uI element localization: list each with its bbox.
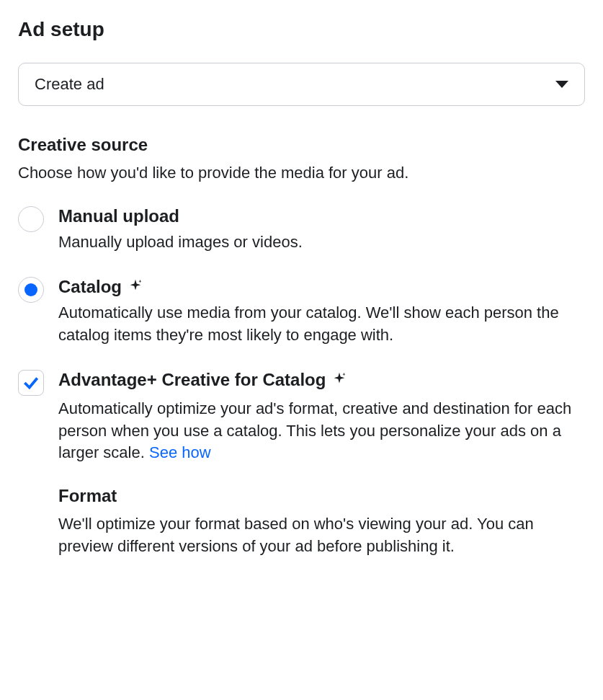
advantage-title: Advantage+ Creative for Catalog [58,368,585,391]
sparkle-icon [331,371,347,387]
radio-option-manual[interactable]: Manual upload Manually upload images or … [18,205,585,254]
advantage-description: Automatically optimize your ad's format,… [58,398,585,464]
ad-type-dropdown[interactable]: Create ad [18,63,585,106]
radio-desc-manual: Manually upload images or videos. [58,231,585,254]
see-how-link[interactable]: See how [149,442,211,464]
radio-desc-catalog: Automatically use media from your catalo… [58,302,585,347]
creative-source-title: Creative source [18,135,585,155]
radio-title-catalog: Catalog [58,275,585,298]
dropdown-label: Create ad [35,75,104,94]
format-description: We'll optimize your format based on who'… [58,513,585,558]
advantage-checkbox-row: Advantage+ Creative for Catalog Automati… [18,368,585,558]
radio-title-text: Manual upload [58,205,179,227]
radio-option-catalog[interactable]: Catalog Automatically use media from you… [18,275,585,347]
advantage-checkbox[interactable] [18,370,44,396]
radio-button-catalog[interactable] [18,277,44,303]
radio-title-text: Catalog [58,275,122,298]
sparkle-icon [128,278,143,294]
advantage-desc-text: Automatically optimize your ad's format,… [58,399,571,462]
check-icon [22,373,40,392]
radio-content-catalog: Catalog Automatically use media from you… [58,275,585,347]
chevron-down-icon [555,81,568,88]
creative-source-description: Choose how you'd like to provide the med… [18,162,585,185]
radio-inner-dot [24,283,37,296]
advantage-content: Advantage+ Creative for Catalog Automati… [58,368,585,558]
radio-button-manual[interactable] [18,206,44,232]
page-title: Ad setup [18,18,585,41]
radio-title-manual: Manual upload [58,205,585,227]
format-section: Format We'll optimize your format based … [58,486,585,558]
advantage-title-text: Advantage+ Creative for Catalog [58,368,326,391]
radio-content-manual: Manual upload Manually upload images or … [58,205,585,254]
format-title: Format [58,486,585,506]
